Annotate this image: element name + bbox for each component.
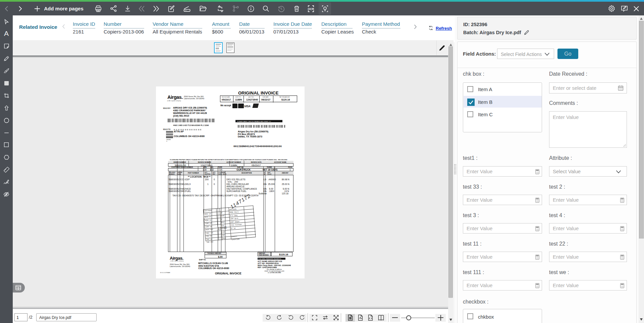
svg-text:OCR: OCR	[308, 7, 314, 10]
